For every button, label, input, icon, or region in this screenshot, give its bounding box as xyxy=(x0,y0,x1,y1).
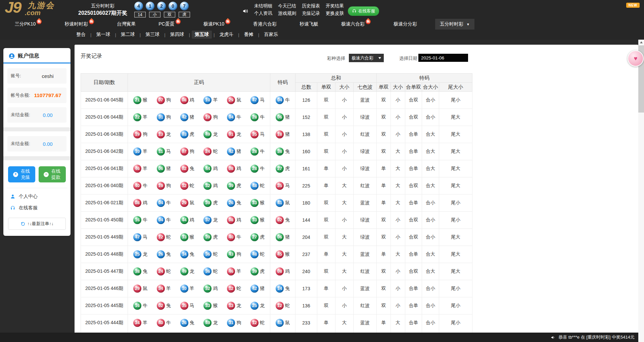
hot-flame-text: 熱 xyxy=(367,19,370,24)
table-row: 2025-01-06 041期46羊06猪02兔44鸡08鸡28牛27虎161单… xyxy=(81,160,472,177)
special-oddeven-cell: 双 xyxy=(377,297,391,314)
wave-cell: 蓝波 xyxy=(354,195,377,212)
lottery-ball: 19 xyxy=(203,113,212,121)
lottery-ball: 49 xyxy=(180,267,188,275)
wave-cell: 绿波 xyxy=(354,143,377,160)
header-menu-link[interactable]: 历史报表 xyxy=(302,3,320,9)
sum-oddeven-cell: 双 xyxy=(317,229,335,246)
zodiac-label: 狗 xyxy=(190,148,194,155)
floating-service-widget[interactable]: ♥ xyxy=(628,50,644,67)
special-bigsmall-cell: 小 xyxy=(391,280,405,297)
lottery-ball: 26 xyxy=(157,250,165,258)
game-nav-item[interactable]: 三分PK10熱 xyxy=(10,19,46,30)
sub-nav-item[interactable]: 番摊 xyxy=(241,31,257,39)
lottery-ball: 39 xyxy=(203,199,212,207)
special-ball-item: 14兔 xyxy=(270,285,295,293)
game-nav-item[interactable]: 香港六合彩 xyxy=(248,19,281,30)
normal-ball-item: 38兔 xyxy=(133,267,147,275)
special-ball-item: 45猴 xyxy=(270,250,295,258)
lottery-ball: 18 xyxy=(276,130,284,138)
special-ball-item: 18猪 xyxy=(270,130,295,138)
header-menu-link[interactable]: 游戏规则 xyxy=(278,10,296,16)
normal-ball-item: 42猪 xyxy=(250,285,265,293)
table-row: 2025-01-05 448期25龙26兔14兔36蛇43狗48蛇45猴237单… xyxy=(81,246,472,263)
headset-icon xyxy=(10,205,15,211)
sum-oddeven-cell: 单 xyxy=(317,280,335,297)
result-date-cell: 2025-01-05 450期 xyxy=(81,212,128,229)
game-nav-label: 极速PK10 xyxy=(203,21,224,27)
header-menu-link[interactable]: 今天已结 xyxy=(278,3,296,9)
account-row: 账号: ceshi xyxy=(7,68,66,84)
sub-nav-item[interactable]: 第五球 xyxy=(192,31,212,39)
withdraw-button[interactable]: − 在线提款 xyxy=(39,166,66,182)
online-service-button[interactable]: 在线客服 xyxy=(348,6,379,16)
special-ball-cell: 06猪 xyxy=(270,109,295,126)
normal-ball-item: 34羊 xyxy=(157,285,171,293)
lottery-select[interactable]: 极速六合彩 xyxy=(349,54,384,62)
wave-cell: 蓝波 xyxy=(354,280,377,297)
nav-separator: | xyxy=(140,32,141,37)
lottery-ball: 06 xyxy=(157,165,165,173)
lottery-ball: 47 xyxy=(250,96,259,104)
zodiac-label: 鼠 xyxy=(236,97,241,103)
game-nav-item[interactable]: 极速PK10熱 xyxy=(199,19,235,30)
header-menu-link[interactable]: 个人资讯 xyxy=(254,10,272,16)
total-cell: 180 xyxy=(295,195,317,212)
normal-ball-item: 33猴 xyxy=(250,199,265,207)
date-input[interactable] xyxy=(418,54,468,62)
zodiac-label: 蛇 xyxy=(213,268,218,274)
tail-bigsmall-cell: 尾大 xyxy=(439,160,472,177)
online-service-link[interactable]: 在线客服 xyxy=(10,205,65,211)
scrollbar-up-arrow[interactable] xyxy=(638,40,644,45)
special-oddeven-cell: 双 xyxy=(377,143,391,160)
sub-nav-item[interactable]: 第二球 xyxy=(118,31,138,39)
zodiac-label: 虎 xyxy=(260,234,265,240)
personal-center-link[interactable]: 个人中心 xyxy=(10,194,65,200)
table-row: 2025-01-06 044期22羊31狗42猪19狗04牛28牛06猪152双… xyxy=(81,109,472,126)
header-menu-link[interactable]: 充值记录 xyxy=(302,10,320,16)
speaker-icon[interactable] xyxy=(242,8,248,14)
lottery-ball: 02 xyxy=(276,216,284,224)
game-nav-item[interactable]: 台灣賓果 xyxy=(112,19,140,30)
header-menu-link[interactable]: 未结明细 xyxy=(254,3,272,9)
game-nav-item[interactable]: PC蛋蛋熱 xyxy=(154,19,185,30)
headset-icon xyxy=(352,9,357,13)
normal-ball-item: 08鸡 xyxy=(227,216,241,224)
digitsum-bigsmall-cell: 合小 xyxy=(422,297,439,314)
zodiac-label: 牛 xyxy=(166,320,171,326)
lottery-ball: 33 xyxy=(203,302,212,310)
game-nav-item[interactable]: 秒速时时彩熱 xyxy=(60,19,99,30)
table-row: 2025-01-05 450期16牛04牛44鸡37龙08鸡33猴02兔144双… xyxy=(81,212,472,229)
personal-center-label: 个人中心 xyxy=(19,194,38,200)
game-nav-item[interactable]: 五分时时彩▼ xyxy=(435,19,474,30)
sub-nav-item[interactable]: 第三球 xyxy=(142,31,163,39)
lottery-ball: 48 xyxy=(250,250,259,258)
sub-nav-item[interactable]: 龙虎斗 xyxy=(216,31,236,39)
game-nav-label: 极速分分彩 xyxy=(394,21,417,27)
hot-flame-icon: 熱 xyxy=(365,18,372,25)
zodiac-label: 马 xyxy=(260,97,265,103)
sub-nav-item[interactable]: 百家乐 xyxy=(261,31,281,39)
table-row: 2025-01-06 021期08鸡04牛29鼠39虎26兔33猴41鼠180双… xyxy=(81,195,472,212)
deposit-button[interactable]: + 在线充值 xyxy=(8,166,35,182)
latest-bets-button[interactable]: ↑↓最新注单↑↓ xyxy=(8,218,66,230)
header-menu-link[interactable]: 更换皮肤 xyxy=(326,10,344,16)
result-date-cell: 2025-01-05 449期 xyxy=(81,229,128,246)
account-sidebar: 账户信息 账号: ceshi 帐号余额: 1107797.67 未结金额: 0.… xyxy=(3,48,71,236)
header-menu-link[interactable]: 开奖结果 xyxy=(326,3,344,9)
result-date-cell: 2025-01-06 044期 xyxy=(81,109,128,126)
game-nav-item[interactable]: 极速分分彩 xyxy=(389,19,422,30)
sub-nav-item[interactable]: 第一球 xyxy=(93,31,113,39)
total-cell: 161 xyxy=(295,160,317,177)
normal-ball-item: 37龙 xyxy=(203,216,218,224)
deposit-label: 在线充值 xyxy=(20,168,30,180)
sub-nav-item[interactable]: 整合 xyxy=(73,31,89,39)
table-row: 2025-01-06 040期40牛19狗12蛇32鸡39虎48蛇35马225单… xyxy=(81,177,472,195)
normal-ball-item: 33猴 xyxy=(250,216,265,224)
special-oddeven-cell: 单 xyxy=(377,177,391,195)
logo[interactable]: J9 .com 九游会 xyxy=(5,1,72,18)
sub-nav-item[interactable]: 第四球 xyxy=(167,31,187,39)
game-nav-item[interactable]: 秒速飞艇 xyxy=(295,19,323,30)
zodiac-label: 鸡 xyxy=(190,217,194,223)
game-nav-item[interactable]: 极速六合彩熱 xyxy=(336,19,375,30)
